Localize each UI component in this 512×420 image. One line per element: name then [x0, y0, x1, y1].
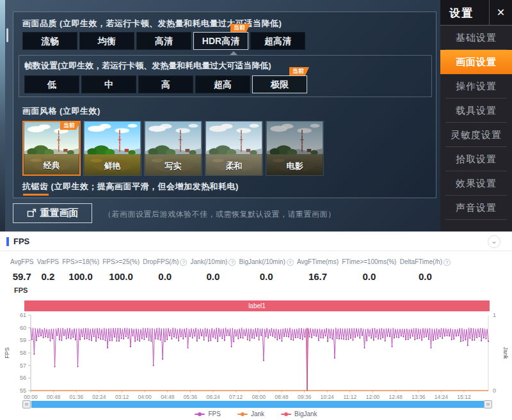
- help-icon[interactable]: ?: [228, 259, 236, 266]
- scrollbar-right-handle[interactable]: [484, 400, 492, 408]
- framerate-option-high[interactable]: 高: [138, 75, 193, 93]
- sidebar-item-controls[interactable]: 操作设置: [440, 74, 512, 98]
- stat-avgftime: AvgFTime(ms) 16.7: [297, 255, 339, 282]
- help-icon[interactable]: ?: [444, 259, 451, 266]
- style-options-row: 当前 经典 鲜艳 写实 柔和 电影: [22, 121, 324, 176]
- reset-button-label: 重置画面: [40, 207, 79, 219]
- style-option-label: 鲜艳: [84, 160, 141, 172]
- style-option-label: 经典: [24, 160, 79, 171]
- reset-hint-text: （若画面设置后游戏体验不佳，或需恢复默认设置，请重置画面）: [104, 209, 336, 220]
- svg-text:00:48: 00:48: [47, 394, 61, 400]
- svg-text:11:12: 11:12: [344, 394, 357, 400]
- game-background-strip: [0, 0, 5, 231]
- stat-fps-ge-25: FPS>=25(%) 100.0: [102, 255, 140, 282]
- legend-marker: [237, 414, 248, 415]
- sidebar-item-effects[interactable]: 效果设置: [440, 171, 512, 196]
- fps-panel-header: FPS ⌄: [0, 232, 512, 251]
- svg-text:56: 56: [20, 375, 26, 381]
- help-icon[interactable]: ?: [287, 259, 294, 266]
- framerate-option-ultra[interactable]: 超高: [195, 75, 250, 93]
- style-option-soft[interactable]: 柔和: [205, 121, 263, 176]
- svg-text:12:00: 12:00: [366, 394, 380, 400]
- svg-text:Jank: Jank: [502, 346, 509, 359]
- quality-option-hdr[interactable]: HDR高清: [193, 32, 248, 50]
- style-option-classic[interactable]: 当前 经典: [22, 121, 81, 176]
- stat-dropfps: DropFPS(/h)? 0.0: [143, 255, 187, 282]
- reset-screen-icon: [27, 208, 36, 218]
- stat-avgfps: AvgFPS 59.7: [10, 255, 34, 282]
- sidebar-item-vehicle[interactable]: 载具设置: [440, 98, 512, 123]
- quality-options-row: 流畅 均衡 高清 HDR高清 当前 超高清: [22, 32, 305, 50]
- header-accent-bar: [6, 237, 9, 246]
- reset-graphics-button[interactable]: 重置画面: [13, 203, 92, 223]
- stat-deltaftime: DeltaFTime(/h)? 0.0: [400, 255, 451, 282]
- svg-text:01:36: 01:36: [70, 394, 84, 400]
- scrollbar-track[interactable]: [31, 401, 484, 408]
- svg-text:02:24: 02:24: [92, 394, 106, 400]
- svg-text:09:36: 09:36: [298, 394, 312, 400]
- antialias-underline: [23, 194, 49, 196]
- screen: 画面品质 (立即生效，若运行卡顿、发热量和耗电量过大可适当降低) 流畅 均衡 高…: [0, 0, 512, 420]
- framerate-settings-panel: 帧数设置(立即生效，若运行卡顿、发热量和耗电量过大可适当降低) 低 中 高 超高…: [19, 55, 432, 97]
- framerate-section-label: 帧数设置(立即生效，若运行卡顿、发热量和耗电量过大可适当降低): [24, 60, 271, 72]
- settings-title: 设置: [449, 6, 474, 20]
- sidebar-item-sensitivity[interactable]: 灵敏度设置: [440, 123, 512, 147]
- legend-item-bigjank[interactable]: BigJank: [281, 410, 317, 417]
- help-icon[interactable]: ?: [180, 259, 187, 266]
- svg-text:59: 59: [20, 337, 26, 343]
- svg-text:13:36: 13:36: [412, 394, 426, 400]
- style-option-realistic[interactable]: 写实: [144, 121, 202, 176]
- svg-text:0: 0: [493, 387, 496, 394]
- scrollbar-left-handle[interactable]: [22, 400, 31, 408]
- svg-text:14:24: 14:24: [435, 394, 449, 400]
- collapse-chevron-icon[interactable]: ⌄: [488, 235, 500, 248]
- sidebar-item-audio[interactable]: 声音设置: [440, 196, 512, 220]
- graphics-settings-panel: 画面品质 (立即生效，若运行卡顿、发热量和耗电量过大可适当降低) 流畅 均衡 高…: [13, 12, 436, 198]
- svg-text:06:24: 06:24: [206, 394, 220, 400]
- game-settings-overlay: 画面品质 (立即生效，若运行卡顿、发热量和耗电量过大可适当降低) 流畅 均衡 高…: [0, 0, 512, 231]
- close-icon[interactable]: ✕: [489, 0, 512, 25]
- framerate-options-row: 低 中 高 超高 极限 当前: [24, 75, 307, 93]
- sidebar-item-pickup[interactable]: 拾取设置: [440, 147, 512, 171]
- svg-text:12:48: 12:48: [388, 394, 403, 400]
- framerate-option-medium[interactable]: 中: [81, 75, 136, 93]
- settings-sidebar: 设置 ✕ 基础设置 画面设置 操作设置 载具设置 灵敏度设置 拾取设置 效果设置…: [440, 0, 512, 231]
- svg-text:60: 60: [20, 325, 26, 331]
- legend-item-fps[interactable]: FPS: [195, 410, 220, 417]
- style-option-movie[interactable]: 电影: [266, 121, 324, 176]
- svg-text:00:00: 00:00: [24, 394, 38, 400]
- quality-option-smooth[interactable]: 流畅: [22, 32, 77, 50]
- svg-text:FPS: FPS: [4, 347, 10, 359]
- legend-marker: [195, 414, 205, 415]
- fps-panel-title: FPS: [13, 237, 29, 246]
- svg-text:04:48: 04:48: [161, 394, 175, 400]
- svg-text:10:24: 10:24: [321, 394, 335, 400]
- settings-scroll-indicator: [6, 28, 8, 42]
- framerate-option-extreme[interactable]: 极限: [252, 75, 307, 93]
- framerate-option-low[interactable]: 低: [24, 75, 79, 93]
- antialias-section-label: 抗锯齿 (立即生效；提高画面平滑，但会增加发热和耗电): [22, 181, 239, 192]
- quality-option-uhd[interactable]: 超高清: [250, 32, 305, 50]
- svg-text:55: 55: [20, 387, 26, 394]
- svg-text:03:12: 03:12: [115, 394, 129, 400]
- svg-text:08:48: 08:48: [275, 394, 289, 400]
- sidebar-header: 设置 ✕: [440, 0, 512, 26]
- stat-fps-ge-18: FPS>=18(%) 100.0: [62, 255, 99, 282]
- svg-text:15:12: 15:12: [457, 394, 471, 400]
- sidebar-item-basic[interactable]: 基础设置: [440, 26, 512, 50]
- quality-option-balanced[interactable]: 均衡: [79, 32, 134, 50]
- stat-jank: Jank(/10min)? 0.0: [191, 255, 236, 282]
- legend-item-jank[interactable]: Jank: [237, 410, 264, 417]
- style-option-label: 柔和: [205, 160, 262, 172]
- svg-text:58: 58: [20, 350, 26, 356]
- quality-option-hd[interactable]: 高清: [136, 32, 191, 50]
- stat-bigjank: BigJank(/10min)? 0.0: [239, 255, 294, 282]
- stat-varfps: VarFPS 0.2: [37, 255, 59, 282]
- style-section-label: 画面风格 (立即生效): [22, 105, 100, 117]
- current-badge: 当前: [289, 67, 309, 75]
- stat-ftime-ge-100: FTime>=100ms(%) 0.0: [342, 255, 396, 282]
- svg-text:04:00: 04:00: [138, 394, 152, 400]
- sidebar-item-graphics[interactable]: 画面设置: [440, 50, 512, 74]
- style-option-vivid[interactable]: 鲜艳: [83, 121, 141, 176]
- fps-line-chart[interactable]: 61605958575655FPS10Jank00:0000:4801:3602…: [0, 285, 512, 400]
